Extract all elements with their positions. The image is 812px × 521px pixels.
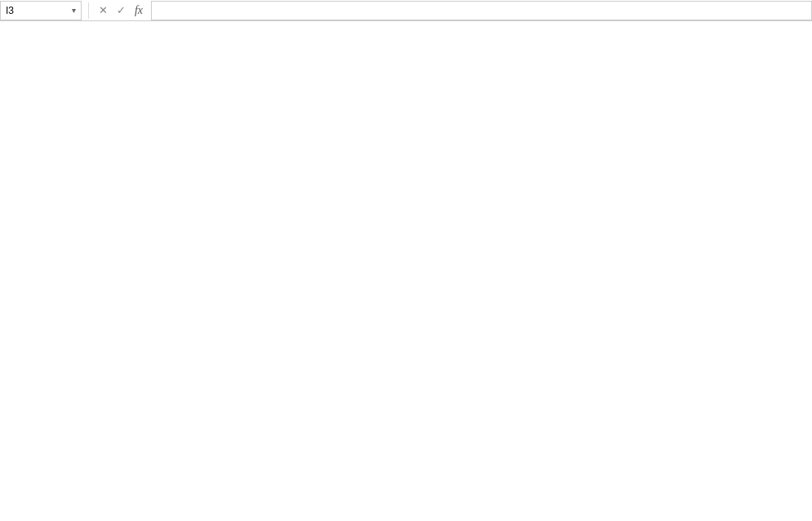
- confirm-icon[interactable]: ✓: [112, 2, 130, 20]
- cancel-icon[interactable]: ✕: [94, 2, 112, 20]
- name-box[interactable]: I3 ▾: [0, 1, 82, 20]
- divider: [88, 2, 89, 19]
- formula-input[interactable]: [151, 1, 812, 20]
- name-box-value: I3: [6, 5, 72, 16]
- formula-bar: I3 ▾ ✕ ✓ fx: [0, 0, 812, 21]
- fx-icon[interactable]: fx: [130, 2, 148, 20]
- chevron-down-icon[interactable]: ▾: [72, 6, 76, 15]
